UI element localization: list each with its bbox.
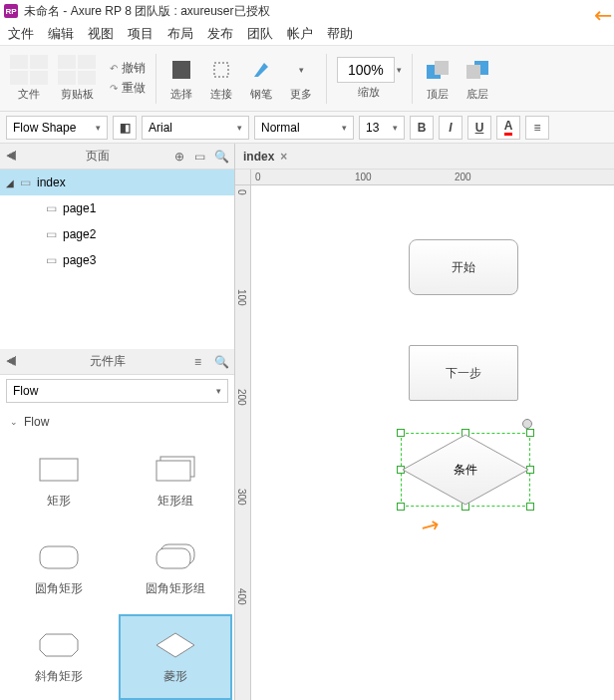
connect-tool[interactable]: 连接 xyxy=(206,55,236,102)
canvas-wrapper: 0 100 200 0 100 200 300 400 开始 下一步 xyxy=(235,170,614,700)
add-page-icon[interactable]: ⊕ xyxy=(174,150,188,164)
page-row-index[interactable]: ◢ ▭ index xyxy=(0,170,234,195)
zoom-dropdown-icon[interactable]: ▾ xyxy=(397,65,402,75)
page-row[interactable]: ▭page3 xyxy=(0,247,234,273)
flow-condition-node[interactable]: 条件 xyxy=(401,433,530,507)
svg-rect-5 xyxy=(466,65,480,79)
widget-bevel[interactable]: 斜角矩形 xyxy=(2,614,117,700)
paste-icon[interactable] xyxy=(58,71,76,85)
svg-marker-12 xyxy=(40,634,78,656)
menu-publish[interactable]: 发布 xyxy=(207,25,233,43)
menu-project[interactable]: 项目 xyxy=(128,25,154,43)
widget-roundrect-group[interactable]: 圆角矩形组 xyxy=(119,526,233,612)
size-select[interactable]: 13▾ xyxy=(359,116,405,140)
expand-icon[interactable]: ◢ xyxy=(6,177,14,188)
ruler-corner xyxy=(235,170,251,185)
rotate-handle[interactable] xyxy=(522,419,532,429)
separator xyxy=(412,54,413,104)
menu-layout[interactable]: 布局 xyxy=(167,25,193,43)
menu-edit[interactable]: 编辑 xyxy=(48,25,74,43)
separator xyxy=(155,54,156,104)
bold-button[interactable]: B xyxy=(410,116,434,140)
pen-tool[interactable]: 钢笔 xyxy=(246,55,276,102)
tab-index[interactable]: index × xyxy=(243,150,287,164)
flow-next-node[interactable]: 下一步 xyxy=(409,345,518,401)
widget-diamond[interactable]: 菱形 ↙ xyxy=(119,614,233,700)
fill-icon[interactable]: ◧ xyxy=(113,116,137,140)
undo-button[interactable]: ↶撤销 xyxy=(110,60,146,77)
collapse-icon[interactable]: ⯇ xyxy=(6,355,20,369)
toolbar-file-group[interactable]: 文件 xyxy=(10,55,48,102)
category-flow[interactable]: ⌄Flow xyxy=(0,407,234,437)
italic-button[interactable]: I xyxy=(439,116,462,140)
weight-select[interactable]: Normal▾ xyxy=(254,116,354,140)
add-folder-icon[interactable]: ▭ xyxy=(194,150,208,164)
pages-panel-header: ⯇ 页面 ⊕ ▭ 🔍 xyxy=(0,144,234,170)
search-icon[interactable]: 🔍 xyxy=(214,355,228,369)
widget-rectangle-group[interactable]: 矩形组 xyxy=(119,439,233,525)
collapse-icon[interactable]: ⯇ xyxy=(6,150,20,164)
toolbar-file-label: 文件 xyxy=(18,87,40,102)
library-panel-header: ⯇ 元件库 ≡ 🔍 xyxy=(0,349,234,375)
page-icon: ▭ xyxy=(46,201,57,215)
toolbar-clipboard-group[interactable]: 剪贴板 xyxy=(58,55,96,102)
close-tab-icon[interactable]: × xyxy=(280,150,287,164)
list-button[interactable]: ≡ xyxy=(525,116,549,140)
menu-view[interactable]: 视图 xyxy=(88,25,114,43)
menu-icon[interactable]: ≡ xyxy=(194,355,208,369)
redo-button[interactable]: ↷重做 xyxy=(110,80,146,97)
more-tool[interactable]: ▾ 更多 xyxy=(286,55,316,102)
menu-team[interactable]: 团队 xyxy=(247,25,273,43)
pen-icon xyxy=(246,55,276,85)
copy-icon[interactable] xyxy=(58,55,76,69)
svg-rect-0 xyxy=(172,61,190,79)
bring-front-button[interactable]: 顶层 xyxy=(423,55,453,102)
flow-start-node[interactable]: 开始 xyxy=(409,239,518,295)
page-icon: ▭ xyxy=(20,175,31,189)
editor-area: index × 0 100 200 0 100 200 300 400 开始 下… xyxy=(235,144,614,700)
svg-rect-6 xyxy=(40,459,78,481)
pages-tree: ◢ ▭ index ▭page1 ▭page2 ▭page3 xyxy=(0,170,234,349)
select-icon xyxy=(166,55,196,85)
tab-bar: index × xyxy=(235,144,614,170)
canvas[interactable]: 开始 下一步 条件 xyxy=(251,185,614,700)
save-icon[interactable] xyxy=(30,55,48,69)
widget-rectangle[interactable]: 矩形 xyxy=(2,439,117,525)
app-logo-icon: RP xyxy=(4,4,18,18)
export-icon[interactable] xyxy=(30,71,48,85)
widget-roundrect[interactable]: 圆角矩形 xyxy=(2,526,117,612)
underline-button[interactable]: U xyxy=(467,116,491,140)
toolbar-clipboard-label: 剪贴板 xyxy=(61,87,94,102)
format-bar: Flow Shape▾ ◧ Arial▾ Normal▾ 13▾ B I U A… xyxy=(0,112,614,144)
page-row[interactable]: ▭page2 xyxy=(0,221,234,247)
delete-icon[interactable] xyxy=(78,71,96,85)
open-icon[interactable] xyxy=(10,71,28,85)
menu-bar: 文件 编辑 视图 项目 布局 发布 团队 帐户 帮助 xyxy=(0,22,614,46)
cut-icon[interactable] xyxy=(78,55,96,69)
shape-select[interactable]: Flow Shape▾ xyxy=(6,116,108,140)
library-select[interactable]: Flow▾ xyxy=(6,379,228,403)
zoom-input[interactable]: 100% xyxy=(337,57,395,83)
more-icon: ▾ xyxy=(286,55,316,85)
font-select[interactable]: Arial▾ xyxy=(142,116,249,140)
text-color-button[interactable]: A xyxy=(496,116,520,140)
page-icon: ▭ xyxy=(46,253,57,267)
svg-rect-1 xyxy=(214,63,228,77)
zoom-group: 100%▾ 缩放 xyxy=(337,57,402,100)
menu-help[interactable]: 帮助 xyxy=(327,25,353,43)
search-icon[interactable]: 🔍 xyxy=(214,150,228,164)
menu-file[interactable]: 文件 xyxy=(8,25,34,43)
page-row[interactable]: ▭page1 xyxy=(0,195,234,221)
separator xyxy=(326,54,327,104)
title-bar: RP 未命名 - Axure RP 8 团队版 : axureuser已授权 xyxy=(0,0,614,22)
window-title: 未命名 - Axure RP 8 团队版 : axureuser已授权 xyxy=(24,3,270,20)
ruler-horizontal: 0 100 200 xyxy=(251,170,614,185)
menu-account[interactable]: 帐户 xyxy=(287,25,313,43)
send-back-button[interactable]: 底层 xyxy=(462,55,492,102)
svg-rect-8 xyxy=(156,461,190,481)
new-icon[interactable] xyxy=(10,55,28,69)
svg-rect-3 xyxy=(435,61,449,75)
select-tool[interactable]: 选择 xyxy=(166,55,196,102)
undo-redo-group: ↶撤销 ↷重做 xyxy=(110,60,146,97)
widget-library: ⌄Flow 矩形 矩形组 圆角矩形 圆角矩形组 xyxy=(0,407,234,700)
